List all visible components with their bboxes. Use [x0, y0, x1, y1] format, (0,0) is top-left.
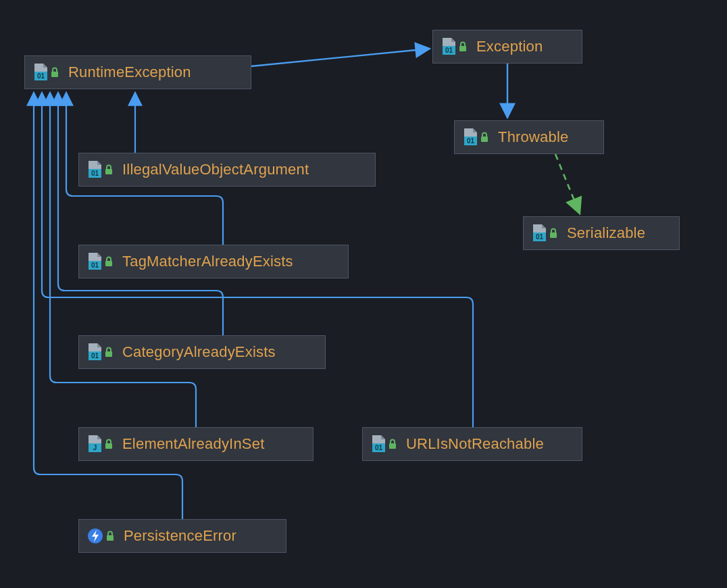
node-exception[interactable]: 01 Exception: [432, 30, 582, 64]
svg-rect-14: [105, 169, 112, 174]
svg-text:01: 01: [536, 233, 544, 241]
svg-rect-5: [459, 46, 466, 51]
svg-rect-20: [105, 351, 112, 357]
svg-text:01: 01: [91, 262, 99, 269]
class-file-icon: 01: [441, 38, 467, 55]
node-urlisnotreachable[interactable]: 01 URLIsNotReachable: [362, 427, 582, 461]
svg-rect-11: [550, 232, 557, 238]
node-runtimeexception[interactable]: 01 RuntimeException: [24, 55, 251, 89]
node-label: TagMatcherAlreadyExists: [122, 253, 293, 270]
node-label: IllegalValueObjectArgument: [122, 161, 309, 178]
class-file-icon: 01: [371, 435, 397, 453]
node-elementalreadyinset[interactable]: J ElementAlreadyInSet: [78, 427, 314, 461]
node-illegalvalueobjectargument[interactable]: 01 IllegalValueObjectArgument: [78, 153, 376, 187]
node-label: PersistenceError: [124, 527, 236, 545]
node-label: Serializable: [567, 224, 645, 242]
edge-runtimeexception-exception: [251, 49, 430, 66]
java-file-icon: J: [87, 435, 113, 453]
svg-rect-26: [389, 443, 396, 449]
svg-text:01: 01: [91, 352, 99, 360]
node-serializable[interactable]: 01 Serializable: [523, 216, 680, 250]
class-file-icon: 01: [463, 128, 488, 146]
svg-text:J: J: [93, 444, 97, 451]
class-file-icon: 01: [33, 64, 59, 81]
edge-categoryalreadyexists-runtimeexception: [58, 93, 223, 335]
class-file-icon: 01: [87, 343, 113, 361]
node-label: CategoryAlreadyExists: [122, 343, 276, 361]
node-label: URLIsNotReachable: [406, 435, 544, 453]
event-icon: [87, 528, 114, 544]
node-label: Throwable: [498, 128, 569, 146]
svg-rect-2: [51, 72, 58, 77]
node-label: Exception: [476, 38, 543, 55]
svg-rect-8: [481, 137, 488, 142]
svg-text:01: 01: [91, 170, 99, 177]
node-categoryalreadyexists[interactable]: 01 CategoryAlreadyExists: [78, 335, 326, 369]
class-hierarchy-diagram: 01 RuntimeException 01 Exception 01 Thro…: [0, 0, 727, 588]
class-file-icon: 01: [532, 224, 557, 242]
class-file-icon: 01: [87, 253, 113, 270]
node-tagmatcheralreadyexists[interactable]: 01 TagMatcherAlreadyExists: [78, 245, 349, 278]
svg-rect-28: [107, 535, 114, 541]
svg-rect-17: [105, 261, 112, 266]
node-label: RuntimeException: [68, 64, 191, 81]
node-persistenceerror[interactable]: PersistenceError: [78, 519, 286, 553]
class-file-icon: 01: [87, 161, 113, 178]
edge-throwable-serializable: [555, 154, 580, 214]
node-throwable[interactable]: 01 Throwable: [454, 120, 604, 154]
node-label: ElementAlreadyInSet: [122, 435, 264, 453]
svg-text:01: 01: [37, 72, 45, 80]
svg-text:01: 01: [467, 137, 475, 145]
svg-rect-23: [105, 443, 112, 449]
svg-text:01: 01: [375, 444, 383, 451]
svg-text:01: 01: [445, 47, 453, 54]
